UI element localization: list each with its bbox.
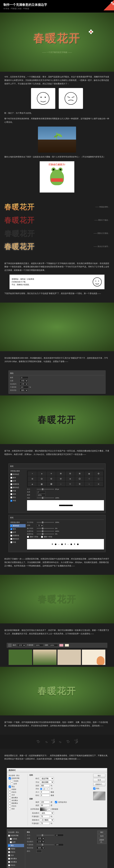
texture-check[interactable]	[10, 480, 12, 482]
control-select[interactable]: 关	[37, 524, 43, 527]
hilite-opa-input[interactable]	[40, 815, 49, 818]
cancel-button[interactable]: 取消	[93, 778, 105, 782]
brush-scatter[interactable]: 散布	[10, 476, 26, 479]
lsd-ok[interactable]: 确定	[98, 831, 106, 834]
bp2-color[interactable]: 颜色动态	[10, 537, 26, 540]
dual-check[interactable]	[10, 483, 12, 485]
brush-smooth[interactable]: 平滑	[10, 499, 26, 502]
lsd-inner-glow[interactable]: 内发光	[8, 850, 24, 854]
lsd-color-ov[interactable]: 颜色叠加	[8, 857, 24, 860]
gloss-contour-picker[interactable]	[40, 807, 47, 811]
stroke-opacity-input[interactable]	[20, 386, 28, 389]
color-dyn-check[interactable]	[10, 487, 12, 489]
lsd-contour[interactable]: 等高线	[8, 837, 24, 841]
bp2-texture[interactable]: 纹理	[10, 531, 26, 534]
lsd-blend-select[interactable]: 正常	[37, 840, 45, 843]
lsd-blend[interactable]: 混合选项：默认	[8, 831, 24, 834]
brush-transfer[interactable]: 传递	[10, 489, 26, 493]
lsd-size-slider[interactable]	[37, 835, 54, 836]
stroke-fill-select[interactable]: 颜色	[20, 389, 28, 392]
ls-bevel[interactable]: 斜面和浮雕	[9, 777, 26, 779]
tb-flow-input[interactable]	[49, 644, 58, 647]
lsd-texture[interactable]: 纹理	[8, 841, 24, 844]
brush-tip-grid[interactable]: •●✦✱ ❋✺◆✤ ❀✿❁✾ ★✪✧✩ ▲◼⬢○ ✕✚⋆∗	[27, 470, 104, 487]
shadow-opa-input[interactable]	[40, 822, 49, 825]
ls-satin[interactable]: 光泽	[9, 794, 26, 796]
lsd-stroke[interactable]: 描边	[8, 844, 24, 847]
min-diam-slider[interactable]	[37, 528, 54, 529]
stroke-size-input[interactable]	[20, 376, 28, 379]
lsd-opa-slider[interactable]	[37, 844, 54, 845]
lsd-size-input[interactable]	[55, 834, 64, 836]
bevel-depth-input[interactable]	[40, 784, 49, 787]
bp2-scatter[interactable]: 散布	[10, 527, 26, 531]
lsd-newstyle[interactable]: 新建样式...	[98, 838, 106, 844]
bevel-alt-input[interactable]	[40, 804, 49, 807]
ls-drop-shadow[interactable]: 投影	[9, 808, 26, 810]
bevel-method-select[interactable]: 雕刻清晰	[40, 781, 54, 784]
lsd-bevel[interactable]: 斜面和浮雕	[8, 834, 24, 837]
lsd-color-swatch[interactable]	[37, 850, 42, 852]
transfer-check[interactable]	[10, 490, 12, 492]
ls-stroke[interactable]: 描边	[9, 785, 26, 788]
bp2-tip[interactable]: 画笔笔尖形状	[10, 521, 26, 524]
lsd-satin[interactable]: 光泽	[8, 854, 24, 857]
hilite-mode-select[interactable]: 滤色	[40, 812, 54, 814]
bevel-dir-up[interactable]	[40, 788, 42, 790]
brush-angle-input[interactable]	[37, 491, 45, 493]
global-light-check[interactable]	[55, 801, 57, 803]
stroke-position-select[interactable]: 外部	[20, 379, 28, 382]
brush-round-input[interactable]	[37, 494, 45, 496]
brush-dual[interactable]: 双重画笔	[10, 483, 26, 486]
bevel-style-select[interactable]: 描边浮雕	[40, 777, 54, 780]
bevel-size-input[interactable]	[40, 791, 49, 793]
aa-check[interactable]	[48, 808, 50, 810]
wet-check[interactable]	[10, 496, 12, 498]
brush-tip-shape[interactable]: 画笔笔尖形状	[10, 469, 26, 473]
shadow-mode-select[interactable]: 正片叠底	[40, 818, 54, 822]
brush-shape-dyn[interactable]: 形状动态	[10, 473, 26, 476]
swatch-pink[interactable]	[59, 644, 64, 647]
brush-size-slider[interactable]	[37, 489, 54, 490]
lsd-opa-input[interactable]	[55, 843, 64, 846]
bp2-shape-dyn[interactable]: 形状动态	[10, 524, 26, 527]
angle-jitter-slider[interactable]	[37, 531, 54, 532]
stroke-blend-select[interactable]: 正常	[20, 383, 28, 385]
flipx-check[interactable]	[27, 536, 29, 538]
ls-pattern[interactable]: 图案叠加	[9, 802, 26, 804]
lsd-inner-shadow[interactable]: 内阴影	[8, 847, 24, 850]
ls-contour[interactable]: 等高线	[9, 780, 26, 782]
brush-noise[interactable]: 杂色	[10, 493, 26, 496]
lsd-fill-select[interactable]: 颜色	[37, 846, 45, 849]
round-jitter-slider[interactable]	[37, 534, 54, 534]
bevel-angle-input[interactable]	[40, 801, 49, 803]
brush-texture[interactable]: 纹理	[10, 479, 26, 483]
size-jitter-slider[interactable]	[37, 522, 54, 523]
brush-color-dyn[interactable]: 颜色动态	[10, 486, 26, 489]
ls-texture[interactable]: 纹理	[9, 783, 26, 785]
lsd-pos-select[interactable]: 外部	[37, 837, 45, 840]
bevel-soften-input[interactable]	[40, 794, 49, 797]
ls-inner-glow[interactable]: 内发光	[9, 791, 26, 793]
brush-spacing-slider[interactable]	[37, 498, 54, 498]
ls-outer-glow[interactable]: 外发光	[9, 805, 26, 807]
smooth-check[interactable]	[10, 500, 12, 502]
brush-tool-icon[interactable]	[8, 644, 11, 647]
bevel-dir-down[interactable]	[48, 788, 50, 790]
ls-grad-overlay[interactable]: 渐变叠加	[9, 799, 26, 802]
lsd-outer-glow[interactable]: 外发光	[8, 864, 24, 867]
lsd-cancel[interactable]: 取消	[98, 835, 106, 838]
bp2-transfer[interactable]: 传递	[10, 540, 26, 544]
tb-mode-select[interactable]: 正常	[17, 644, 26, 647]
swatch-cream[interactable]	[65, 644, 69, 647]
shape-dyn-check[interactable]	[10, 473, 12, 475]
lsd-drop[interactable]: 投影	[8, 867, 24, 868]
ok-button[interactable]: 确定	[93, 774, 105, 778]
tb-opa-input[interactable]	[35, 644, 43, 647]
scatter-check[interactable]	[10, 477, 12, 478]
flipy-check[interactable]	[41, 536, 43, 538]
bp2-dual[interactable]: 双重画笔	[10, 534, 26, 537]
brush-wet[interactable]: 湿边	[10, 496, 26, 499]
ls-blend-opts[interactable]: 混合选项：默认	[9, 774, 26, 777]
noise-check[interactable]	[10, 493, 12, 495]
